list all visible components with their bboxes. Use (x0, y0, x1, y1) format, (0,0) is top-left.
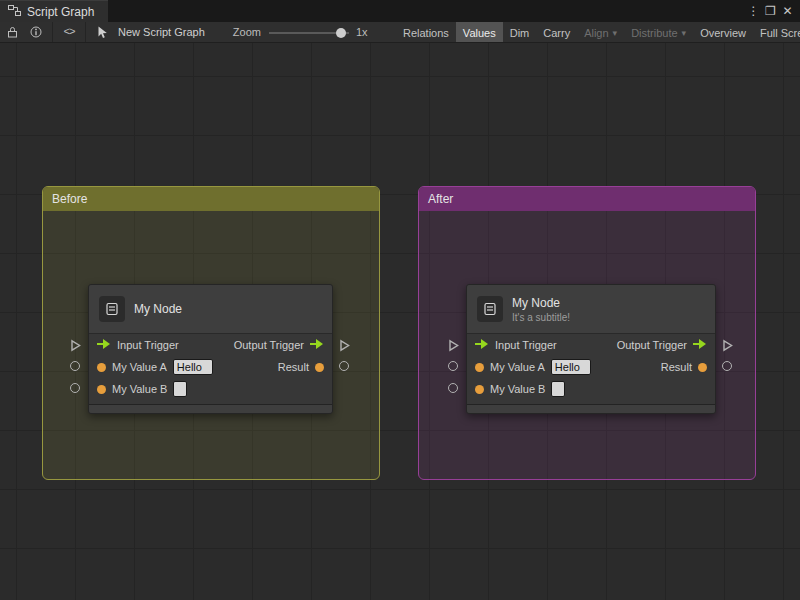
distribute-button-label: Distribute (631, 27, 677, 39)
align-button-label: Align (584, 27, 608, 39)
value-output-port-icon[interactable] (698, 363, 707, 372)
group-before-header[interactable]: Before (43, 187, 379, 211)
toolbar-separator (85, 22, 86, 43)
window-controls: ⋮ ❐ ✕ (745, 0, 800, 22)
value-b-input[interactable] (551, 381, 565, 397)
align-button[interactable]: Align ▾ (577, 22, 624, 43)
node-footer (467, 404, 715, 413)
relations-button[interactable]: Relations (396, 22, 456, 43)
graph-name[interactable]: New Script Graph (118, 26, 205, 38)
group-before-label: Before (52, 192, 87, 206)
script-graph-window: Script Graph ⋮ ❐ ✕ <> (0, 0, 800, 600)
group-after-header[interactable]: After (419, 187, 755, 211)
carry-button[interactable]: Carry (536, 22, 577, 43)
value-port-outline-icon[interactable] (339, 361, 349, 371)
result-label: Result (661, 361, 692, 373)
flow-output-port-icon[interactable] (310, 339, 324, 351)
value-port-outline-icon[interactable] (722, 361, 732, 371)
chevron-down-icon: ▾ (613, 28, 618, 38)
value-port-outline-icon[interactable] (70, 383, 80, 393)
close-icon[interactable]: ✕ (779, 4, 796, 18)
lock-icon[interactable] (0, 22, 24, 43)
value-input-port-icon[interactable] (475, 363, 484, 372)
value-input-port-icon[interactable] (475, 385, 484, 394)
flow-input-port-icon[interactable] (475, 339, 489, 351)
node-subtitle: It's a subtitle! (512, 312, 570, 323)
tab-title: Script Graph (27, 5, 94, 19)
toolbar-separator (52, 22, 53, 43)
graph-canvas[interactable]: Before After My Node (0, 43, 800, 600)
flow-output-port-icon[interactable] (693, 339, 707, 351)
graph-toolbar: <> New Script Graph Zoom 1x Relations Va… (0, 22, 800, 43)
port-row: My Value A Result (89, 356, 332, 378)
group-after-label: After (428, 192, 453, 206)
output-trigger-label: Output Trigger (234, 339, 304, 351)
flow-port-outline-icon[interactable] (338, 338, 351, 356)
value-a-input[interactable] (551, 359, 591, 375)
value-a-label: My Value A (490, 361, 545, 373)
graph-icon (8, 4, 21, 20)
value-b-input[interactable] (173, 381, 187, 397)
unit-icon (477, 296, 503, 322)
node-footer (89, 404, 332, 413)
value-a-label: My Value A (112, 361, 167, 373)
info-icon[interactable] (24, 22, 48, 43)
maximize-icon[interactable]: ❐ (762, 4, 779, 18)
code-icon[interactable]: <> (57, 22, 81, 43)
fullscreen-button[interactable]: Full Screen (753, 22, 800, 43)
value-input-port-icon[interactable] (97, 363, 106, 372)
flow-port-outline-icon[interactable] (721, 338, 734, 356)
overview-button[interactable]: Overview (693, 22, 753, 43)
value-a-input[interactable] (173, 359, 213, 375)
zoom-label: Zoom (233, 26, 261, 38)
input-trigger-label: Input Trigger (495, 339, 557, 351)
value-output-port-icon[interactable] (315, 363, 324, 372)
port-row: My Value B (89, 378, 332, 400)
value-port-outline-icon[interactable] (70, 361, 80, 371)
dim-button[interactable]: Dim (503, 22, 537, 43)
value-b-label: My Value B (490, 383, 545, 395)
zoom-value: 1x (356, 26, 368, 38)
node-after[interactable]: My Node It's a subtitle! Input Trigger O… (466, 284, 716, 414)
value-b-label: My Value B (112, 383, 167, 395)
result-label: Result (278, 361, 309, 373)
flow-input-port-icon[interactable] (97, 339, 111, 351)
node-title: My Node (134, 302, 182, 316)
cursor-icon (90, 22, 114, 43)
kebab-menu-icon[interactable]: ⋮ (745, 4, 762, 18)
port-row: My Value B (467, 378, 715, 400)
value-port-outline-icon[interactable] (448, 361, 458, 371)
port-row: Input Trigger Output Trigger (89, 334, 332, 356)
values-button[interactable]: Values (456, 22, 503, 43)
node-header[interactable]: My Node It's a subtitle! (467, 285, 715, 334)
node-before[interactable]: My Node Input Trigger Output Trigger (88, 284, 333, 414)
distribute-button[interactable]: Distribute ▾ (624, 22, 693, 43)
output-trigger-label: Output Trigger (617, 339, 687, 351)
zoom-slider[interactable] (269, 22, 349, 43)
node-title: My Node (512, 296, 570, 310)
flow-port-outline-icon[interactable] (447, 338, 460, 356)
tab-bar: Script Graph ⋮ ❐ ✕ (0, 0, 800, 22)
zoom-slider-knob[interactable] (336, 28, 346, 38)
value-port-outline-icon[interactable] (448, 383, 458, 393)
flow-port-outline-icon[interactable] (69, 338, 82, 356)
tab-script-graph[interactable]: Script Graph (0, 0, 108, 22)
input-trigger-label: Input Trigger (117, 339, 179, 351)
node-header[interactable]: My Node (89, 285, 332, 334)
port-row: Input Trigger Output Trigger (467, 334, 715, 356)
chevron-down-icon: ▾ (682, 28, 687, 38)
toolbar-buttons: Relations Values Dim Carry Align ▾ Distr… (396, 22, 800, 43)
unit-icon (99, 296, 125, 322)
port-row: My Value A Result (467, 356, 715, 378)
value-input-port-icon[interactable] (97, 385, 106, 394)
